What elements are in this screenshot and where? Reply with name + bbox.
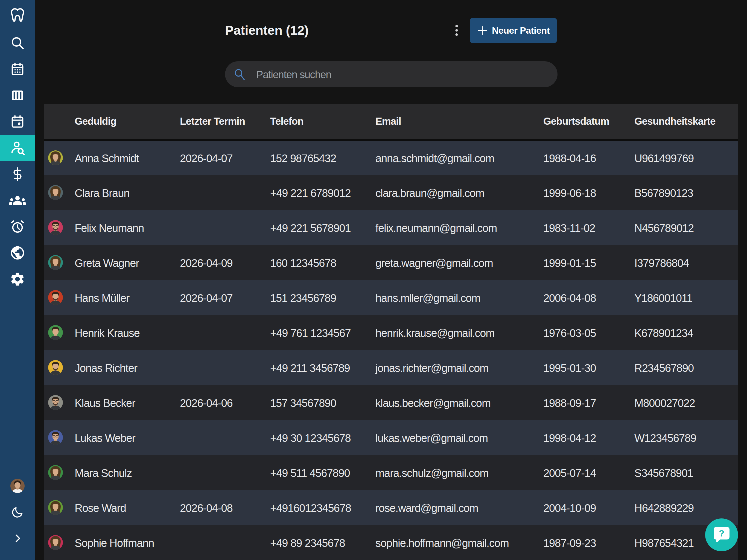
- svg-text:?: ?: [719, 528, 724, 538]
